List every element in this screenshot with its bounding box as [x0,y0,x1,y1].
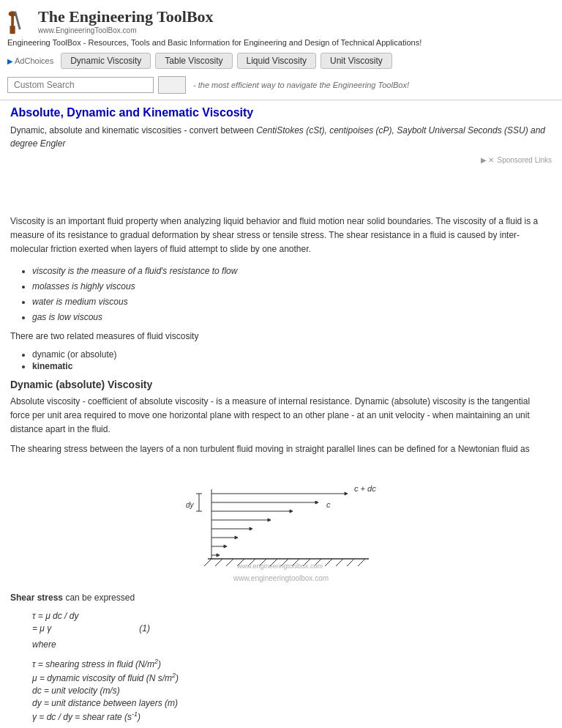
svg-marker-32 [290,510,293,513]
diagram-container: c + dc c dy www.engineeringtoolbox.com [10,467,552,570]
logo-icon [7,6,34,35]
main-content: Absolute, Dynamic and Kinematic Viscosit… [0,100,562,728]
diagram-caption: www.engineeringtoolbox.com [10,574,552,582]
ads-placeholder [10,167,552,207]
svg-line-19 [358,559,365,566]
nav-unit-viscosity[interactable]: Unit Viscosity [321,53,392,69]
list-item: gas is low viscous [32,311,552,324]
var-dy: dy = unit distance between layers (m) [32,698,552,708]
ads-bar: ▶ ✕ Sponsored Links [10,156,552,164]
search-tagline: - the most efficient way to navigate the… [193,81,409,89]
logo-area: The Engineering ToolBox www.EngineeringT… [7,6,555,35]
list-item: water is medium viscous [32,295,552,308]
ads-icon: ▶ ✕ [481,156,495,164]
svg-marker-36 [345,492,348,495]
search-button[interactable] [158,76,186,94]
logo-text-area: The Engineering ToolBox www.EngineeringT… [38,7,214,34]
search-bar: - the most efficient way to navigate the… [7,75,555,97]
svg-line-17 [336,559,343,566]
measures-intro: There are two related measures of fluid … [10,330,552,343]
adchoices-label: AdChoices [15,56,53,65]
eq-where: where [32,638,552,652]
var-gamma: γ = dc / dy = shear rate (s-1) [32,710,552,722]
shear-stress-intro: Shear stress can be expressed [10,591,552,605]
nav-liquid-viscosity[interactable]: Liquid Viscosity [237,53,317,69]
list-item: kinematic [32,361,552,371]
bullet-list: viscosity is the measure of a fluid's re… [32,264,552,324]
svg-text:c: c [326,500,331,509]
site-name: The Engineering ToolBox [38,7,214,26]
adchoices[interactable]: ▶ AdChoices [7,56,53,65]
svg-text:c + dc: c + dc [354,484,376,493]
var-mu: μ = dynamic viscosity of fluid (N s/m2) [32,672,552,683]
sponsored-links-label: Sponsored Links [498,156,552,164]
site-url: www.EngineeringToolBox.com [38,26,214,34]
dynamic-para2: The shearing stress between the layers o… [10,442,552,456]
list-item: molasses is highly viscous [32,280,552,293]
svg-marker-28 [250,527,252,530]
svg-marker-24 [224,545,227,548]
svg-line-18 [347,559,354,566]
equation-1: τ = μ dc / dy = μ γ (1) [32,611,552,634]
dynamic-para1: Absolute viscosity - coefficient of abso… [10,395,552,437]
list-item: viscosity is the measure of a fluid's re… [32,264,552,278]
dynamic-viscosity-heading: Dynamic (absolute) Viscosity [10,379,552,390]
var-tau: τ = shearing stress in fluid (N/m2) [32,658,552,669]
equation-variables: τ = shearing stress in fluid (N/m2) μ = … [32,658,552,722]
search-input[interactable] [7,77,154,93]
measures-list: dynamic (or absolute) kinematic [32,349,552,371]
intro-paragraph: Viscosity is an important fluid property… [10,215,552,257]
svg-marker-22 [217,554,220,557]
nav-dynamic-viscosity[interactable]: Dynamic Viscosity [61,53,151,69]
svg-line-7 [226,559,233,566]
svg-marker-30 [268,519,271,521]
shear-stress-label: Shear stress [10,593,63,603]
page-subtitle: Dynamic, absolute and kinematic viscosit… [10,124,552,150]
svg-line-16 [325,559,332,566]
svg-marker-34 [315,501,318,504]
list-item: dynamic (or absolute) [32,349,552,360]
svg-line-5 [204,559,211,566]
page-title: Absolute, Dynamic and Kinematic Viscosit… [10,106,552,119]
fluid-diagram: c + dc c dy www.engineeringtoolbox.com [164,467,398,570]
svg-text:www.engineeringtoolbox.com: www.engineeringtoolbox.com [236,562,323,570]
nav-bar: ▶ AdChoices Dynamic Viscosity Table Visc… [7,51,555,70]
svg-line-6 [215,559,222,566]
nav-table-viscosity[interactable]: Table Viscosity [155,53,232,69]
site-tagline: Engineering ToolBox - Resources, Tools a… [7,38,555,47]
svg-text:dy: dy [186,501,195,509]
var-dc: dc = unit velocity (m/s) [32,686,552,696]
svg-marker-26 [235,536,238,539]
header: The Engineering ToolBox www.EngineeringT… [0,0,562,100]
